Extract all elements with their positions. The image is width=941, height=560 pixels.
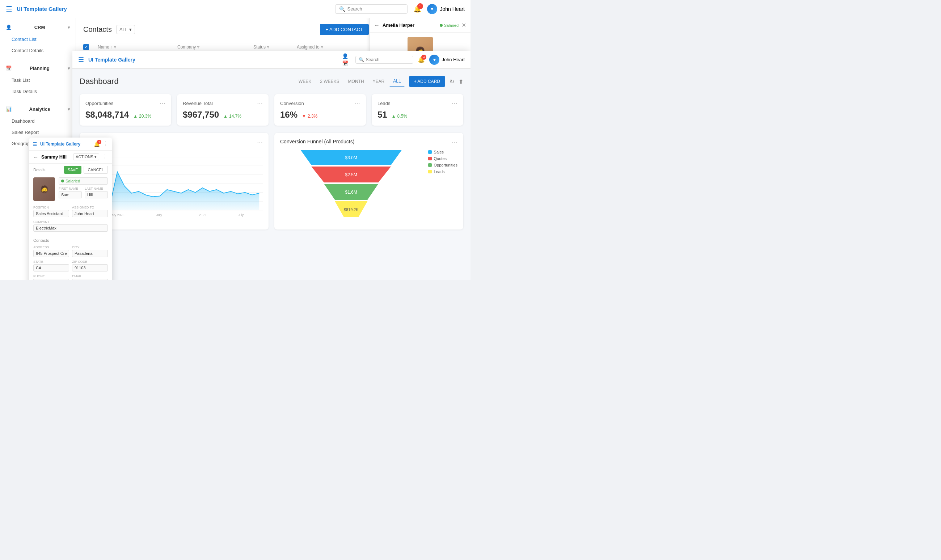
chevron-down-icon: ▾ — [68, 107, 70, 112]
col-name[interactable]: Name ↑ ▿ — [98, 44, 177, 50]
tab-year[interactable]: YEAR — [369, 77, 388, 86]
tab-2weeks[interactable]: 2 WEEKS — [316, 77, 343, 86]
tab-week[interactable]: WEEK — [295, 77, 315, 86]
arrow-down-icon: ▼ — [302, 114, 306, 119]
hamburger-icon[interactable]: ☰ — [78, 56, 84, 64]
funnel-container: $3.0M $2.5M $1.6M $819.2K — [280, 150, 457, 224]
sammy-save-button[interactable]: SAVE — [64, 166, 82, 174]
legend-label: Leads — [434, 169, 445, 174]
col-assigned[interactable]: Assigned to ▿ — [297, 44, 373, 50]
sammy-status-field: Salaried — [58, 177, 108, 185]
sammy-actions-button[interactable]: ACTIONS ▾ — [73, 154, 99, 160]
sammy-row-more-icon[interactable]: ⋮ — [102, 154, 108, 160]
sidebar-item-task-details[interactable]: Task Details — [0, 86, 75, 97]
sidebar-item-task-list[interactable]: Task List — [0, 75, 75, 86]
sammy-more-icon[interactable]: ⋮ — [103, 140, 109, 147]
firstname-input[interactable] — [58, 191, 82, 198]
tab-month[interactable]: MONTH — [344, 77, 368, 86]
sidebar-group-planning-header[interactable]: 📅 Planning ▾ — [0, 62, 75, 75]
metric-more-icon[interactable]: ⋯ — [257, 100, 263, 107]
lastname-input[interactable] — [85, 191, 108, 198]
export-icon[interactable]: ⬆ — [458, 78, 463, 85]
col-company[interactable]: Company ▿ — [177, 44, 253, 50]
avatar: ♥ — [427, 4, 437, 14]
filter-icon: ▿ — [114, 45, 116, 49]
funnel-chart-card: Conversion Funnel (All Products) ⋯ $3.0M… — [274, 133, 463, 229]
calendar-icon: 📅 — [6, 66, 12, 71]
dash-search-input[interactable] — [366, 57, 410, 62]
metric-more-icon[interactable]: ⋯ — [160, 100, 165, 107]
close-icon[interactable]: ✕ — [461, 22, 466, 29]
sammy-cancel-button[interactable]: CANCEL — [84, 166, 108, 174]
sammy-nav-logo: UI Template Gallery — [40, 142, 91, 147]
svg-text:$1.6M: $1.6M — [345, 190, 357, 195]
sammy-form: Salaried First Name Last Name — [58, 177, 108, 201]
chart-more-icon[interactable]: ⋯ — [257, 138, 263, 146]
sidebar-group-analytics-header[interactable]: 📊 Analytics ▾ — [0, 103, 75, 115]
add-contact-button[interactable]: + ADD CONTACT — [320, 24, 369, 35]
position-input[interactable] — [33, 210, 69, 217]
sammy-name: Sammy Hill — [41, 154, 70, 160]
sidebar-group-planning: 📅 Planning ▾ Task List Task Details — [0, 59, 75, 100]
filter-icon: ▿ — [267, 45, 269, 49]
legend-dot — [428, 157, 432, 160]
col-status[interactable]: Status ▿ — [253, 44, 297, 50]
user-profile[interactable]: ♥ John Heart — [427, 4, 465, 14]
dash-search-box[interactable]: 🔍 — [355, 56, 413, 64]
metric-more-icon[interactable]: ⋯ — [354, 100, 360, 107]
sammy-lastname-field: Last Name — [85, 187, 108, 198]
svg-text:July: July — [156, 213, 162, 217]
chevron-down-icon: ▾ — [68, 66, 70, 71]
assigned-input[interactable] — [72, 210, 108, 217]
metric-value: $8,048,714 — [85, 110, 129, 120]
metric-card-header: Leads ⋯ — [377, 100, 457, 107]
email-input[interactable] — [72, 279, 108, 280]
nav-search-box[interactable]: 🔍 — [335, 5, 407, 14]
legend-leads: Leads — [428, 169, 457, 174]
dash-sidebar-calendar-icon[interactable]: 📅 — [342, 60, 348, 66]
sammy-avatar: 🧔 — [33, 177, 55, 201]
sammy-bell[interactable]: 🔔 4 — [94, 141, 100, 147]
contacts-title: Contacts — [83, 25, 112, 34]
sammy-back-icon[interactable]: ← — [33, 154, 38, 160]
sidebar-group-planning-label: Planning — [30, 66, 49, 71]
contacts-filter[interactable]: ALL ▾ — [116, 25, 135, 34]
metric-change: ▼ 2.3% — [302, 114, 317, 119]
refresh-icon[interactable]: ↻ — [449, 78, 454, 85]
chevron-down-icon: ▾ — [94, 155, 97, 159]
dash-bell[interactable]: 🔔 4 — [418, 56, 425, 63]
sammy-contacts-label: Contacts — [29, 236, 112, 244]
metric-value: 16% — [280, 110, 297, 120]
sidebar-group-crm-header[interactable]: 👤 CRM ▾ — [0, 21, 75, 34]
sidebar-item-sales-report[interactable]: Sales Report — [0, 127, 75, 138]
menu-icon[interactable]: ☰ — [6, 5, 12, 13]
phone-input[interactable] — [33, 279, 69, 280]
email-label: Email — [72, 274, 108, 278]
notifications-bell[interactable]: 🔔 1 — [413, 5, 421, 13]
company-input[interactable] — [33, 225, 108, 232]
chart-more-icon[interactable]: ⋯ — [452, 138, 457, 146]
search-input[interactable] — [347, 6, 404, 12]
sidebar-item-dashboard[interactable]: Dashboard — [0, 115, 75, 127]
dash-user[interactable]: ♥ John Heart — [429, 55, 465, 65]
sammy-phone-field: Phone — [33, 274, 69, 280]
metric-card-header: Revenue Total ⋯ — [183, 100, 263, 107]
sidebar-item-contact-list[interactable]: Contact List — [0, 34, 75, 45]
dash-sidebar-person-icon[interactable]: 👤 — [342, 53, 348, 59]
sammy-hamburger-icon[interactable]: ☰ — [32, 141, 37, 147]
metric-more-icon[interactable]: ⋯ — [452, 100, 457, 107]
address-input[interactable] — [33, 250, 69, 257]
select-all-checkbox[interactable]: ✓ — [83, 44, 98, 50]
state-input[interactable] — [33, 264, 69, 271]
state-label: State — [33, 260, 69, 263]
zip-input[interactable] — [72, 264, 108, 271]
city-input[interactable] — [72, 250, 108, 257]
sammy-address-field: Address — [33, 245, 69, 257]
add-card-button[interactable]: + ADD CARD — [409, 76, 445, 87]
dashboard-panel: ☰ UI Template Gallery 👤 📅 🔍 🔔 4 ♥ John H… — [72, 51, 470, 280]
sammy-header: ← Sammy Hill ACTIONS ▾ ⋮ — [29, 151, 112, 164]
back-icon[interactable]: ← — [374, 22, 380, 29]
status-badge: Salaried — [440, 23, 458, 28]
tab-all[interactable]: ALL — [389, 76, 404, 86]
sidebar-item-contact-details[interactable]: Contact Details — [0, 45, 75, 56]
